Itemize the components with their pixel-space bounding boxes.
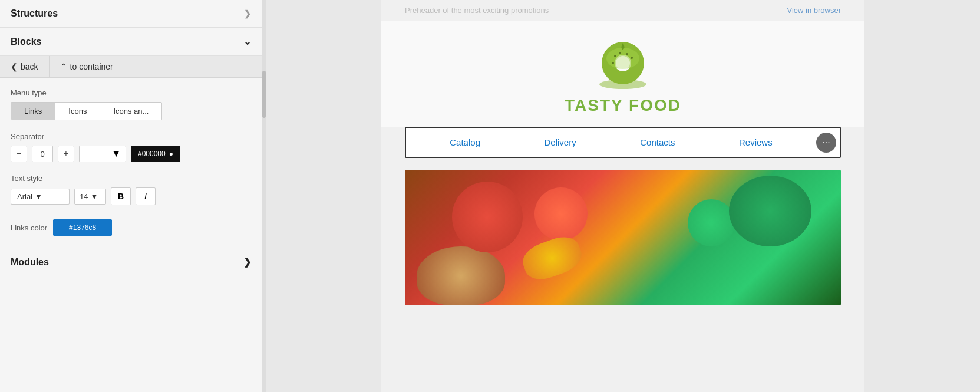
size-select[interactable]: 14 ▼: [74, 189, 106, 205]
leaves-blob: [729, 176, 811, 246]
brand-name: TASTY FOOD: [565, 96, 681, 115]
text-style-label: Text style: [11, 174, 251, 183]
text-style-section: Text style Arial ▼ 14 ▼ B I: [11, 174, 251, 205]
nav-menu-bar: Catalog Delivery Contacts Reviews ···: [405, 127, 841, 158]
svg-point-5: [619, 52, 621, 54]
bold-button[interactable]: B: [111, 187, 131, 205]
up-chevron-icon: ⌃: [60, 62, 67, 71]
minus-icon: −: [16, 149, 21, 159]
structures-section[interactable]: Structures ❯: [0, 0, 262, 28]
preheader-bar: Preheader of the most exciting promotion…: [381, 0, 864, 21]
nav-link-delivery[interactable]: Delivery: [545, 137, 576, 147]
scroll-thumb[interactable]: [262, 71, 266, 118]
svg-point-7: [631, 57, 633, 59]
bold-icon: B: [118, 192, 124, 201]
structures-label: Structures: [11, 8, 58, 19]
yellow-squash-blob: [519, 232, 586, 285]
separator-value-input[interactable]: 0: [32, 146, 53, 162]
scrollbar[interactable]: [262, 0, 266, 392]
back-chevron-icon: ❮: [11, 62, 18, 71]
menu-type-icons-and-button[interactable]: Icons an...: [100, 103, 161, 120]
view-in-browser-link[interactable]: View in browser: [787, 6, 841, 15]
links-color-label: Links color: [11, 223, 47, 232]
tomato-blob: [534, 187, 588, 241]
separator-color-value: #000000: [138, 150, 166, 158]
plus-icon: +: [63, 149, 68, 159]
font-dropdown-icon: ▼: [35, 192, 42, 201]
font-value: Arial: [17, 192, 32, 201]
nav-link-catalog[interactable]: Catalog: [450, 137, 480, 147]
menu-type-label: Menu type: [11, 88, 251, 97]
modules-chevron-icon: ❯: [243, 256, 251, 268]
grapes-blob: [688, 199, 735, 246]
logo-section: TASTY FOOD: [381, 21, 864, 127]
size-value: 14: [80, 192, 88, 201]
color-dot-icon: ●: [169, 150, 173, 158]
size-dropdown-icon: ▼: [90, 192, 98, 201]
blocks-chevron-icon: ⌄: [243, 36, 251, 47]
svg-point-8: [612, 62, 614, 64]
food-image: [405, 170, 841, 305]
preheader-text: Preheader of the most exciting promotion…: [405, 6, 549, 15]
nav-more-button[interactable]: ···: [816, 133, 836, 153]
svg-point-9: [616, 56, 630, 70]
blocks-section[interactable]: Blocks ⌄: [0, 28, 262, 56]
svg-point-4: [614, 55, 616, 57]
separator-minus-button[interactable]: −: [11, 146, 27, 162]
to-container-label: to container: [70, 62, 113, 71]
back-button[interactable]: ❮ back: [0, 56, 50, 77]
separator-section: Separator − 0 + ▼ #000000 ●: [11, 132, 251, 162]
separator-plus-button[interactable]: +: [58, 146, 74, 162]
menu-type-toggle: Links Icons Icons an...: [11, 102, 162, 120]
separator-row: − 0 + ▼ #000000 ●: [11, 146, 251, 162]
links-color-row: Links color #1376c8: [11, 219, 251, 236]
left-panel: Structures ❯ Blocks ⌄ ❮ back ⌃ to contai…: [0, 0, 262, 392]
more-dots-icon: ···: [822, 137, 830, 148]
back-label: back: [21, 62, 38, 71]
food-image-section: [405, 170, 841, 305]
nav-menu-links: Catalog Delivery Contacts Reviews: [406, 128, 816, 157]
email-preview: Preheader of the most exciting promotion…: [381, 0, 864, 392]
menu-type-icons-button[interactable]: Icons: [55, 103, 100, 120]
font-select[interactable]: Arial ▼: [11, 189, 70, 205]
italic-icon: I: [144, 192, 147, 201]
links-color-value: #1376c8: [69, 223, 96, 232]
separator-label: Separator: [11, 132, 251, 141]
links-color-button[interactable]: #1376c8: [53, 219, 112, 236]
separator-color-button[interactable]: #000000 ●: [131, 146, 180, 162]
donut-logo-icon: [590, 38, 655, 91]
svg-point-6: [626, 53, 628, 55]
text-style-row: Arial ▼ 14 ▼ B I: [11, 187, 251, 205]
modules-label: Modules: [11, 257, 49, 268]
line-style-select[interactable]: ▼: [79, 146, 126, 162]
blocks-label: Blocks: [11, 37, 41, 47]
menu-type-links-button[interactable]: Links: [11, 103, 55, 120]
italic-button[interactable]: I: [136, 187, 156, 205]
breadcrumb-nav: ❮ back ⌃ to container: [0, 56, 262, 78]
modules-section[interactable]: Modules ❯: [0, 248, 262, 276]
nav-link-contacts[interactable]: Contacts: [640, 137, 675, 147]
to-container-button[interactable]: ⌃ to container: [50, 56, 124, 77]
line-visual: [84, 154, 109, 154]
links-color-section: Links color #1376c8: [11, 217, 251, 236]
structures-chevron-icon: ❯: [244, 9, 251, 18]
panel-content: Menu type Links Icons Icons an... Separa…: [0, 78, 262, 236]
menu-type-section: Menu type Links Icons Icons an...: [11, 88, 251, 120]
nav-link-reviews[interactable]: Reviews: [739, 137, 773, 147]
right-panel: Preheader of the most exciting promotion…: [266, 0, 980, 392]
line-dropdown-icon: ▼: [111, 149, 121, 159]
red-pepper-blob: [452, 182, 523, 252]
bread-blob: [417, 246, 505, 305]
